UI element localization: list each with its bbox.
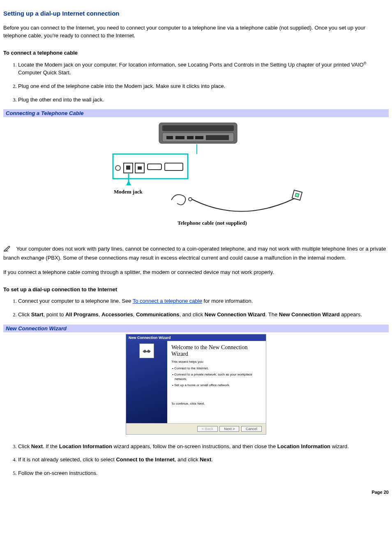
wizard-handshake-icon — [139, 343, 154, 358]
step-2: Plug one end of the telephone cable into… — [18, 83, 389, 90]
dialup-step-2: Click Start, point to All Programs, Acce… — [18, 311, 389, 319]
dialup-step-4: If it is not already selected, click to … — [18, 456, 389, 464]
wizard-back-button[interactable]: < Back — [197, 426, 218, 432]
registered-mark: ® — [364, 61, 367, 65]
wizard-titlebar: New Connection Wizard — [126, 334, 266, 341]
d3d: wizard. — [330, 443, 349, 449]
d2c: , — [99, 311, 101, 318]
svg-rect-1 — [162, 125, 234, 131]
wizard-next-button[interactable]: Next > — [219, 426, 239, 432]
d4-connect: Connect to the Internet — [116, 456, 174, 463]
step-1: Locate the Modem jack on your computer. … — [18, 61, 389, 77]
label-modem-jack: Modem jack — [114, 189, 143, 195]
d3-loc2: Location Information — [277, 443, 330, 449]
svg-point-19 — [189, 198, 192, 201]
svg-rect-15 — [148, 164, 161, 170]
wizard-bullet-3: • Set up a home or small office network. — [171, 383, 262, 387]
svg-rect-14 — [138, 166, 142, 170]
svg-rect-16 — [165, 163, 183, 170]
svg-rect-3 — [166, 136, 173, 139]
link-connect-cable[interactable]: To connect a telephone cable — [133, 298, 202, 304]
d2-wizard2: New Connection Wizard — [279, 311, 340, 318]
step-3: Plug the other end into the wall jack. — [18, 96, 389, 104]
step-1-text-a: Locate the Modem jack on your computer. … — [18, 62, 364, 68]
d4-next: Next — [200, 456, 211, 463]
d1b: for more information. — [202, 298, 253, 304]
wizard-bullet-2: • Connect to a private network, such as … — [171, 372, 262, 381]
svg-rect-4 — [175, 136, 184, 139]
d2-start: Start — [31, 311, 44, 318]
d2-communications: Communications — [136, 311, 179, 318]
dialup-step-3: Click Next. If the Location Information … — [18, 443, 389, 451]
subheading-dialup: To set up a dial-up connection to the In… — [3, 286, 389, 292]
wizard-subtext: This wizard helps you: — [171, 360, 262, 364]
label-telephone-cable: Telephone cable (not supplied) — [178, 220, 247, 226]
wizard-dialog: New Connection Wizard Welcome to the New… — [126, 334, 266, 435]
d3b: . If the — [43, 443, 59, 449]
steps-dialup: Connect your computer to a telephone lin… — [3, 297, 389, 319]
d2-wizard: New Connection Wizard — [205, 311, 265, 318]
cable-diagram-svg: Modem jack Telephone cable (not supplied… — [89, 119, 303, 234]
dialup-step-5: Follow the on-screen instructions. — [18, 470, 389, 477]
d2d: , — [133, 311, 136, 318]
note-icon — [3, 245, 12, 254]
page-title: Setting up a dial-up Internet connection — [3, 10, 389, 17]
d2g: appears. — [340, 311, 362, 318]
svg-rect-6 — [195, 136, 203, 139]
page-number: Page 20 — [0, 486, 392, 498]
svg-rect-12 — [126, 166, 130, 170]
d1a: Connect your computer to a telephone lin… — [18, 298, 133, 304]
splitter-paragraph: If you connect a telephone cable coming … — [3, 269, 389, 276]
d2b: , point to — [43, 311, 65, 318]
steps-connect-cable: Locate the Modem jack on your computer. … — [3, 61, 389, 104]
figure-caption-wizard: New Connection Wizard — [3, 325, 389, 332]
d2a: Click — [18, 311, 31, 318]
d2-accessories: Accessories — [101, 311, 133, 318]
steps-dialup-continued: Click Next. If the Location Information … — [3, 443, 389, 478]
d3c: wizard appears, follow the on-screen ins… — [112, 443, 277, 449]
wizard-bullet-1: • Connect to the Internet. — [171, 366, 262, 371]
d4a: If it is not already selected, click to … — [18, 456, 116, 463]
d3a: Click — [18, 443, 31, 449]
intro-paragraph: Before you can connect to the Internet, … — [3, 24, 389, 40]
svg-point-10 — [115, 166, 120, 170]
figure-telephone-cable: Modem jack Telephone cable (not supplied… — [3, 119, 389, 234]
d2f: . The — [265, 311, 279, 318]
wizard-continue-text: To continue, click Next. — [171, 402, 262, 405]
d4b: , and click — [175, 456, 200, 463]
wizard-sidebar-graphic — [126, 341, 167, 423]
dialup-step-1: Connect your computer to a telephone lin… — [18, 297, 389, 305]
svg-rect-5 — [187, 136, 194, 139]
wizard-heading: Welcome to the New Connection Wizard — [171, 344, 262, 357]
figure-caption-cable: Connecting a Telephone Cable — [3, 109, 389, 117]
d4c: . — [211, 456, 213, 463]
d3-next: Next — [31, 443, 43, 449]
subheading-connect-cable: To connect a telephone cable — [3, 50, 389, 56]
svg-rect-7 — [206, 135, 229, 140]
svg-rect-21 — [295, 193, 299, 197]
step-1-text-b: Computer Quick Start. — [18, 69, 71, 76]
d2e: , and click — [179, 311, 204, 318]
d2-allprograms: All Programs — [65, 311, 99, 318]
wizard-button-row: < Back Next > Cancel — [126, 423, 266, 434]
note-warning: Your computer does not work with party l… — [3, 245, 389, 262]
note-text: Your computer does not work with party l… — [3, 246, 386, 261]
d3-loc1: Location Information — [59, 443, 112, 449]
wizard-cancel-button[interactable]: Cancel — [241, 426, 262, 432]
